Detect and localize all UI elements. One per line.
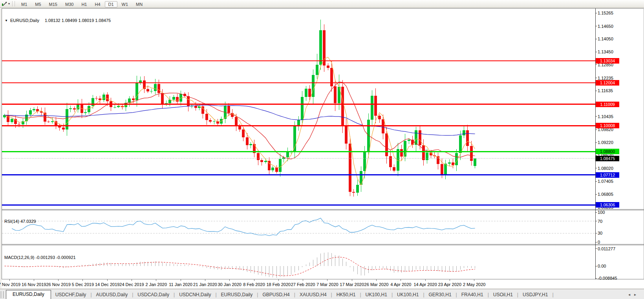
timeframe-button-w1[interactable]: W1 <box>118 1 132 7</box>
toolbar-grip <box>12 1 15 6</box>
chart-collapse-icon[interactable]: ▼ <box>5 19 8 22</box>
timeframe-button-m1[interactable]: M1 <box>18 1 31 7</box>
timeframe-button-m5[interactable]: M5 <box>31 1 44 7</box>
tab-xauusd-h4[interactable]: XAUUSD,H4 <box>295 291 331 299</box>
price-tick-label: 1.09220 <box>598 140 613 145</box>
date-tick-label: 16 Nov 2019 <box>22 282 46 287</box>
candle-body <box>374 96 377 116</box>
price-tick-label: 1.15265 <box>598 11 613 15</box>
tab-hk50-h1[interactable]: HK50,H1 <box>332 291 360 299</box>
candle-body <box>257 153 260 160</box>
candle-body <box>382 119 384 134</box>
chart-window[interactable]: 1.152651.146501.140501.134501.128501.122… <box>0 8 644 289</box>
price-axis-badge-label: 1.07712 <box>600 173 615 177</box>
rsi-tick-label: 70 <box>598 219 602 224</box>
candle-body <box>73 108 76 109</box>
tab-usdjpy-h1[interactable]: USDJPY,H1 <box>518 291 552 299</box>
tabs-scroll-right-icon[interactable]: ▸ <box>634 292 640 297</box>
candle-body <box>249 144 252 145</box>
candle-body <box>150 91 153 91</box>
candle-body <box>11 119 13 122</box>
chart-canvas[interactable]: 1.152651.146501.140501.134501.128501.122… <box>0 8 644 289</box>
candle-body <box>415 130 417 145</box>
rsi-tick-label: 0 <box>598 240 600 244</box>
candle-body <box>422 145 425 160</box>
price-tick-label: 1.13450 <box>598 49 613 54</box>
tab-eurusd-daily[interactable]: EURUSD,Daily <box>6 290 51 299</box>
candle-body <box>260 160 263 162</box>
candle-body <box>172 97 175 100</box>
tab-usdchf-daily[interactable]: USDCHF,Daily <box>51 291 91 299</box>
candle-body <box>466 130 469 146</box>
candle-body <box>293 126 296 151</box>
tab-audusd-daily[interactable]: AUDUSD,Daily <box>92 291 132 299</box>
timeframe-button-m30[interactable]: M30 <box>62 1 77 7</box>
candle-body <box>279 159 282 172</box>
candle-body <box>62 128 65 129</box>
candle-body <box>349 144 351 192</box>
date-tick-label: 23 Apr 2020 <box>438 282 461 287</box>
date-tick-label: 27 Feb 2020 <box>291 282 315 287</box>
date-tick-label: 11 Jan 2020 <box>169 282 192 287</box>
macd-tick-label: 0.011277 <box>598 246 615 251</box>
tab-usdcad-daily[interactable]: USDCAD,Daily <box>133 291 174 299</box>
candle-body <box>246 137 249 145</box>
date-tick-label: 2 May 2020 <box>463 282 485 287</box>
price-axis-badge-label: 1.08800 <box>600 149 615 154</box>
price-tick-label: 1.12235 <box>598 76 613 80</box>
candle-body <box>356 185 359 193</box>
chart-window-background <box>2 8 644 288</box>
chart-tool-icon[interactable] <box>1 1 7 7</box>
candle-body <box>106 95 109 101</box>
candle-body <box>393 167 395 171</box>
date-tick-label: 2 Jan 2020 <box>146 282 167 287</box>
tab-ger30-h1[interactable]: GER30,H1 <box>424 291 456 299</box>
tabs-scroll-left-icon[interactable]: ◂ <box>628 292 634 297</box>
rsi-indicator-label: RSI(14) 47.0329 <box>4 219 36 224</box>
candle-body <box>271 168 274 171</box>
price-tick-label: 1.07405 <box>598 179 613 184</box>
date-tick-label: 14 Dec 2019 <box>95 282 119 287</box>
price-tick-label: 1.06805 <box>598 192 613 197</box>
rsi-tick-label: 30 <box>598 231 602 235</box>
tab-usdcnh-daily[interactable]: USDCNH,Daily <box>175 291 215 299</box>
timeframe-button-mn[interactable]: MN <box>132 1 146 7</box>
macd-tick-label: 0.00 <box>598 264 606 268</box>
candle-body <box>157 84 160 93</box>
timeframe-button-m15[interactable]: M15 <box>46 1 61 7</box>
date-tick-label: 26 Nov 2019 <box>46 282 70 287</box>
candle-body <box>474 159 476 166</box>
candle-body <box>385 133 388 156</box>
price-tick-label: 1.11635 <box>598 88 613 93</box>
candle-body <box>84 112 87 113</box>
date-tick-label: 4 Apr 2020 <box>390 282 411 287</box>
candle-body <box>419 130 421 145</box>
chart-ohlc-values: 1.08132 1.08499 1.08019 1.08475 <box>45 18 111 23</box>
timeframe-button-h4[interactable]: H4 <box>91 1 104 7</box>
tab-uk100-h1[interactable]: UK100,H1 <box>361 291 392 299</box>
candle-body <box>389 156 392 167</box>
timeframe-button-d1[interactable]: D1 <box>105 1 117 7</box>
candle-body <box>323 30 326 66</box>
candle-body <box>371 96 373 120</box>
chart-tab-bar: EURUSD,DailyUSDCHF,Daily|AUDUSD,Daily|US… <box>0 289 644 299</box>
candle-body <box>264 161 267 162</box>
candle-body <box>227 106 230 113</box>
tab-uk100-h1[interactable]: UK100,H1 <box>393 291 423 299</box>
candle-body <box>408 140 410 141</box>
candle-body <box>102 95 105 100</box>
tab-usoil-h1[interactable]: USOil,H1 <box>489 291 517 299</box>
candle-body <box>201 106 204 114</box>
date-tick-label: 17 Mar 2020 <box>340 282 364 287</box>
price-axis-badge-label: 1.12004 <box>600 80 615 85</box>
tab-eurusd-daily[interactable]: EURUSD,Daily <box>217 291 257 299</box>
candle-body <box>238 126 241 130</box>
tab-fra40-h1[interactable]: FRA40,H1 <box>457 291 488 299</box>
tab-gbpusd-h4[interactable]: GBPUSD,H4 <box>258 291 294 299</box>
candle-body <box>33 109 35 110</box>
price-axis-badge-label: 1.08475 <box>600 156 615 161</box>
date-tick-label: 18 Feb 2020 <box>266 282 291 287</box>
dropdown-caret-icon[interactable]: ▾ <box>8 2 10 5</box>
timeframe-button-h1[interactable]: H1 <box>78 1 90 7</box>
date-tick-label: 30 Jan 2020 <box>218 282 242 287</box>
